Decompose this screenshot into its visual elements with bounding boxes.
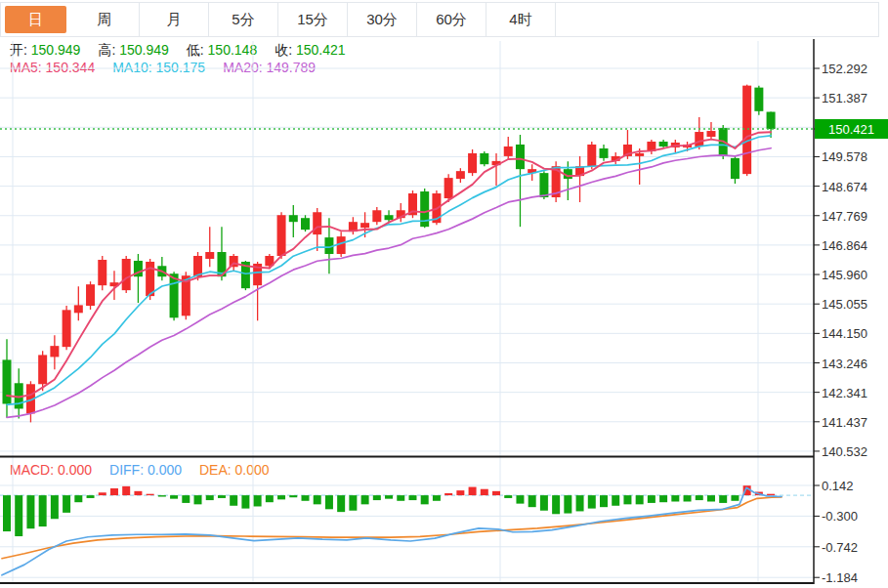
macd-histogram-bar <box>385 495 393 499</box>
candle <box>63 310 71 347</box>
macd-histogram-bar <box>122 486 130 495</box>
y-axis-label: 141.437 <box>822 414 867 429</box>
tab-period-4[interactable]: 5分 <box>209 3 278 36</box>
candle <box>731 158 740 179</box>
candle <box>385 215 394 220</box>
macd-histogram-bar <box>659 495 667 502</box>
macd-histogram-bar <box>564 495 571 513</box>
candle <box>205 252 214 259</box>
tab-period-5[interactable]: 15分 <box>278 3 348 36</box>
macd-histogram-bar <box>194 495 202 504</box>
macd-histogram-bar <box>63 495 70 513</box>
tab-label: 月 <box>140 3 208 36</box>
macd-histogram-bar <box>623 495 631 504</box>
macd-histogram-bar <box>648 495 655 503</box>
tab-period-3[interactable]: 月 <box>140 3 209 36</box>
tab-period-1[interactable]: 日 <box>1 3 70 36</box>
y-axis-label: 147.769 <box>822 208 867 223</box>
candlestick-chart-canvas[interactable] <box>0 39 888 588</box>
macd-histogram-bar <box>552 495 560 514</box>
tab-label: 60分 <box>417 3 486 36</box>
candle <box>122 259 131 290</box>
tabbar-filler <box>556 3 878 36</box>
y-axis-label: -1.184 <box>822 570 858 585</box>
macd-histogram-bar <box>456 490 464 495</box>
candle <box>539 173 548 197</box>
candle <box>706 131 715 137</box>
macd-histogram-bar <box>241 495 249 508</box>
macd-histogram-bar <box>182 495 190 503</box>
macd-histogram-bar <box>361 495 369 504</box>
macd-histogram-bar <box>170 495 178 499</box>
macd-histogram-bar <box>481 489 488 495</box>
candle <box>38 355 47 384</box>
candle <box>74 305 83 313</box>
candle <box>313 212 321 234</box>
candle <box>444 178 453 198</box>
y-axis-label: 145.960 <box>822 268 867 282</box>
period-tabbar: 日周月5分15分30分60分4时 <box>0 2 879 37</box>
macd-histogram-bar <box>707 495 715 501</box>
candle <box>50 346 59 357</box>
macd-histogram-bar <box>218 495 226 498</box>
macd-histogram-bar <box>289 495 297 497</box>
macd-histogram-bar <box>576 495 584 511</box>
tab-period-2[interactable]: 周 <box>70 3 140 36</box>
tab-period-7[interactable]: 60分 <box>417 3 486 36</box>
macd-histogram-bar <box>158 495 166 496</box>
tab-period-8[interactable]: 4时 <box>486 3 556 36</box>
macd-histogram-bar <box>277 495 285 499</box>
y-axis-label: 145.055 <box>822 297 867 312</box>
candle <box>3 359 12 403</box>
macd-histogram-bar <box>147 494 154 495</box>
macd-histogram-bar <box>444 493 452 495</box>
macd-histogram-bar <box>87 495 95 498</box>
candle <box>635 153 644 156</box>
y-axis-label: -0.300 <box>822 509 858 524</box>
candle <box>456 171 465 179</box>
macd-histogram-bar <box>266 495 274 502</box>
candle <box>695 132 703 147</box>
candle <box>516 145 525 169</box>
tab-label: 15分 <box>278 3 347 36</box>
y-axis-label: 0.142 <box>822 479 854 493</box>
candle <box>742 86 751 174</box>
candle <box>600 148 609 158</box>
candle <box>480 153 488 164</box>
macd-histogram-bar <box>588 495 596 508</box>
macd-histogram-bar <box>373 495 381 500</box>
candle <box>372 210 381 222</box>
tab-label: 4时 <box>486 3 555 36</box>
macd-histogram-bar <box>134 491 142 495</box>
candle <box>360 223 369 228</box>
candle <box>468 153 477 173</box>
tab-label: 日 <box>5 6 66 33</box>
candle <box>146 262 154 296</box>
macd-histogram-bar <box>421 495 429 504</box>
y-axis-label: 151.387 <box>822 91 867 105</box>
macd-histogram-bar <box>206 495 214 500</box>
macd-histogram-bar <box>516 495 524 504</box>
y-axis-label: 152.292 <box>822 62 867 76</box>
macd-histogram-bar <box>51 495 59 519</box>
macd-histogram-bar <box>314 495 321 504</box>
tab-label: 30分 <box>348 3 416 36</box>
tab-period-6[interactable]: 30分 <box>348 3 417 36</box>
macd-histogram-bar <box>696 495 703 500</box>
tab-label: 周 <box>70 3 139 36</box>
y-axis-label: 149.578 <box>822 149 867 164</box>
macd-histogram-bar <box>15 495 22 536</box>
macd-histogram-bar <box>337 495 345 512</box>
candle <box>301 218 310 230</box>
macd-histogram-bar <box>230 495 237 506</box>
current-price-tag: 150.421 <box>815 119 888 139</box>
chart-page: 日周月5分15分30分60分4时 开: 150.949高: 150.949低: … <box>0 0 888 588</box>
candle <box>170 273 179 317</box>
y-axis-label: 146.864 <box>822 237 867 252</box>
macd-histogram-bar <box>600 495 608 507</box>
macd-histogram-bar <box>302 495 310 501</box>
macd-histogram-bar <box>397 495 404 501</box>
macd-histogram-bar <box>408 495 416 500</box>
candle <box>86 284 95 306</box>
macd-histogram-bar <box>39 495 47 526</box>
